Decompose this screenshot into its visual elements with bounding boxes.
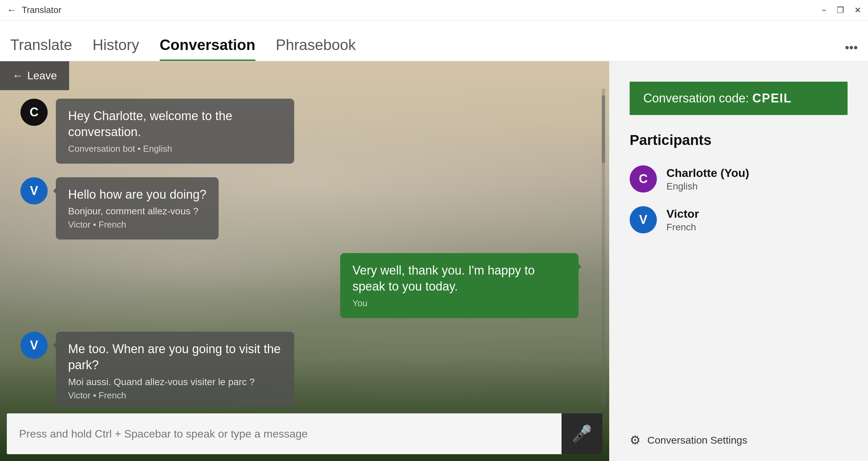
avatar: V [20,332,48,359]
avatar-letter: V [30,184,38,198]
conversation-settings-link[interactable]: ⚙ Conversation Settings [630,433,848,447]
participant-name: Charlotte (You) [666,166,749,180]
nav-tabs: Translate History Conversation Phraseboo… [0,20,868,61]
bubble-text: Hello how are you doing? [68,187,206,203]
participant-name: Victor [666,207,699,220]
participant-row: V Victor French [630,206,848,233]
bubble-meta: You [352,298,566,309]
close-button[interactable]: ✕ [854,5,861,15]
tab-phrasebook[interactable]: Phrasebook [276,36,356,61]
main-content: ← Leave C Hey Charlotte, welcome to the … [0,61,868,461]
message-row: V Me too. When are you going to visit th… [20,332,579,407]
message-input[interactable] [7,413,562,454]
conversation-code-prefix: Conversation code: [643,91,752,105]
participants-heading: Participants [630,132,848,148]
conversation-code-button[interactable]: Conversation code: CPEIL [630,82,848,115]
participant-language: French [666,222,699,233]
participant-avatar: V [630,206,657,233]
mic-button[interactable]: 🎤 [562,413,602,454]
bubble-text: Me too. When are you going to visit the … [68,341,282,373]
app-title: Translator [22,5,61,15]
avatar-letter: C [30,105,38,119]
back-button[interactable]: ← [7,5,16,16]
message-bubble: Hey Charlotte, welcome to the conversati… [56,99,294,164]
tab-history[interactable]: History [93,36,139,61]
mic-icon: 🎤 [572,424,592,443]
window-controls: − ❐ ✕ [822,5,861,15]
bubble-text: Very well, thank you. I'm happy to speak… [352,263,566,295]
participant-avatar-letter: C [639,172,648,186]
scroll-thumb [602,95,605,163]
message-row-self: Very well, thank you. I'm happy to speak… [20,253,579,318]
participant-row: C Charlotte (You) English [630,165,848,193]
message-bubble: Me too. When are you going to visit the … [56,332,294,407]
bubble-translation: Moi aussi. Quand allez-vous visiter le p… [68,377,282,388]
settings-label: Conversation Settings [647,434,747,446]
bubble-text: Hey Charlotte, welcome to the conversati… [68,108,282,140]
titlebar: ← Translator − ❐ ✕ [0,0,868,20]
bubble-translation: Bonjour, comment allez-vous ? [68,206,206,217]
participant-info: Victor French [666,207,699,233]
sidebar: Conversation code: CPEIL Participants C … [609,61,868,461]
message-row: C Hey Charlotte, welcome to the conversa… [20,99,579,164]
message-bubble: Hello how are you doing? Bonjour, commen… [56,177,219,240]
restore-button[interactable]: ❐ [837,5,844,15]
nav-more-button[interactable]: ••• [845,40,858,61]
minimize-button[interactable]: − [822,5,826,15]
leave-label: Leave [27,69,57,82]
message-bubble-self: Very well, thank you. I'm happy to speak… [340,253,579,318]
messages-container: C Hey Charlotte, welcome to the conversa… [0,88,599,407]
conversation-code-value: CPEIL [752,91,792,105]
gear-icon: ⚙ [630,433,641,447]
bubble-meta: Conversation bot • English [68,144,282,154]
bubble-meta: Victor • French [68,219,206,230]
scroll-bar[interactable] [602,88,605,407]
bubble-meta: Victor • French [68,390,282,401]
input-area: 🎤 [7,413,602,454]
avatar: C [20,99,48,126]
participant-avatar: C [630,165,657,193]
avatar: V [20,177,48,204]
avatar-letter: V [30,338,38,352]
participant-info: Charlotte (You) English [666,166,749,192]
participants-list: C Charlotte (You) English V Victor Frenc… [630,165,848,233]
tab-translate[interactable]: Translate [10,36,72,61]
chat-area: ← Leave C Hey Charlotte, welcome to the … [0,61,609,461]
leave-arrow-icon: ← [12,69,23,82]
participant-language: English [666,181,749,192]
message-row: V Hello how are you doing? Bonjour, comm… [20,177,579,240]
tab-conversation[interactable]: Conversation [160,36,255,61]
leave-button[interactable]: ← Leave [0,61,69,90]
participant-avatar-letter: V [639,213,647,227]
